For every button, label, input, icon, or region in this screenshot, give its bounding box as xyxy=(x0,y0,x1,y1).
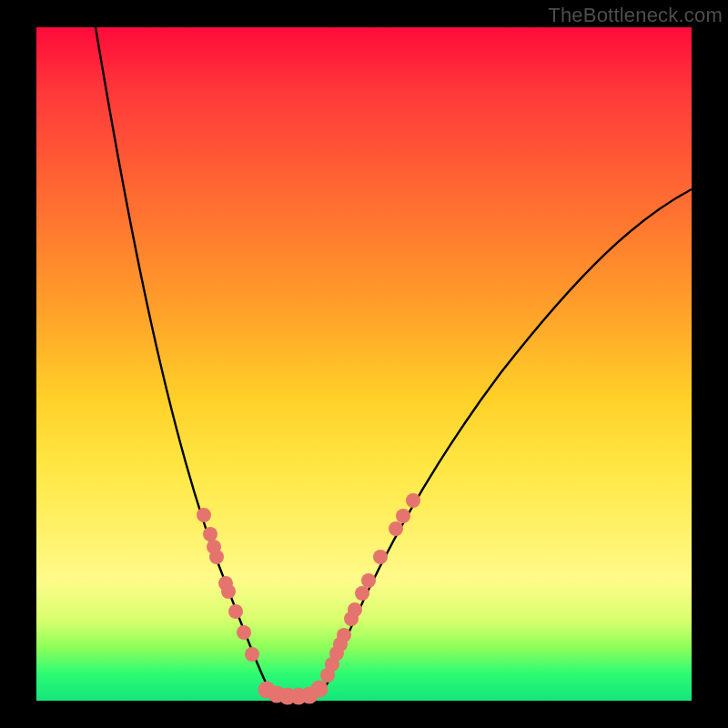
curve-marker xyxy=(237,625,251,640)
curve-marker xyxy=(389,521,403,536)
curve-marker xyxy=(337,628,351,642)
curve-marker xyxy=(348,602,362,617)
curve-marker xyxy=(245,647,259,662)
outer-frame: TheBottleneck.com xyxy=(0,0,728,728)
curve-marker xyxy=(406,493,420,508)
curve-path xyxy=(96,27,692,696)
watermark-text: TheBottleneck.com xyxy=(548,4,723,27)
curve-marker xyxy=(396,509,410,523)
curve-marker xyxy=(228,604,243,619)
curve-marker xyxy=(221,584,236,599)
curve-marker xyxy=(209,550,224,564)
curve-marker xyxy=(361,573,376,588)
curve-marker xyxy=(197,508,211,522)
curve-marker xyxy=(373,550,388,564)
curve-marker xyxy=(355,586,369,601)
plot-area xyxy=(36,27,692,701)
curve-marker xyxy=(311,681,329,698)
